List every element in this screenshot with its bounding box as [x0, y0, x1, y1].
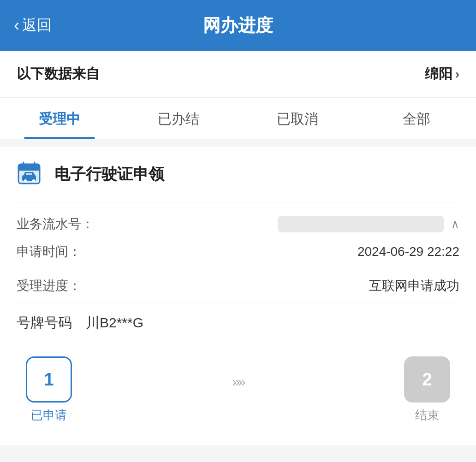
- serial-label: 业务流水号：: [17, 215, 94, 233]
- back-button[interactable]: ‹ 返回: [14, 15, 52, 36]
- card-title-row: 电子行驶证申领: [17, 160, 459, 189]
- step-1-label: 已申请: [31, 407, 67, 423]
- step-1-box: 1: [26, 356, 72, 403]
- info-section: 业务流水号： ∧ 申请时间： 2024-06-29 22:22 受理进度： 互联…: [17, 202, 459, 303]
- back-label: 返回: [22, 15, 52, 36]
- tab-cancelled[interactable]: 已取消: [238, 98, 357, 139]
- card-title: 电子行驶证申领: [54, 164, 164, 185]
- step-1-container: 1 已申请: [26, 356, 72, 423]
- step-2-box: 2: [404, 356, 450, 403]
- card-icon: [17, 160, 46, 189]
- apply-time-row: 申请时间： 2024-06-29 22:22: [17, 235, 459, 269]
- svg-rect-10: [26, 173, 32, 175]
- step-2-label: 结束: [415, 407, 439, 423]
- data-source-city: 绵阳: [425, 65, 452, 83]
- tab-processing[interactable]: 受理中: [0, 98, 119, 139]
- step-2-number: 2: [422, 370, 432, 390]
- plate-label: 号牌号码: [17, 314, 72, 332]
- svg-point-8: [24, 179, 27, 182]
- step-2-container: 2 结束: [404, 356, 450, 423]
- plate-value: 川B2***G: [86, 314, 143, 332]
- progress-row: 受理进度： 互联网申请成功: [17, 269, 459, 303]
- apply-time-value: 2024-06-29 22:22: [357, 244, 459, 259]
- progress-value: 互联网申请成功: [369, 277, 459, 295]
- content-card: 电子行驶证申领 业务流水号： ∧ 申请时间： 2024-06-29 22:22 …: [0, 147, 476, 445]
- step-1-number: 1: [44, 370, 54, 390]
- serial-value-blurred: [278, 216, 444, 232]
- progress-steps: 1 已申请 »» 2 结束: [17, 343, 459, 432]
- apply-time-label: 申请时间：: [17, 243, 81, 261]
- svg-rect-3: [18, 168, 40, 171]
- data-source-chevron-icon: ›: [455, 67, 459, 82]
- progress-label: 受理进度：: [17, 277, 81, 295]
- data-source-row: 以下数据来自 绵阳 ›: [0, 51, 476, 98]
- header: ‹ 返回 网办进度: [0, 0, 476, 51]
- back-chevron-icon: ‹: [14, 16, 19, 35]
- data-source-value-container[interactable]: 绵阳 ›: [425, 65, 459, 83]
- data-source-label: 以下数据来自: [17, 65, 100, 83]
- svg-point-9: [32, 179, 35, 182]
- collapse-icon[interactable]: ∧: [451, 218, 459, 231]
- tab-all[interactable]: 全部: [357, 98, 476, 139]
- tab-completed[interactable]: 已办结: [119, 98, 238, 139]
- step-arrows: »»: [232, 374, 244, 390]
- tabs-bar: 受理中 已办结 已取消 全部: [0, 98, 476, 139]
- serial-row: 业务流水号： ∧: [17, 207, 459, 235]
- page-title: 网办进度: [203, 14, 273, 37]
- plate-row: 号牌号码 川B2***G: [17, 303, 459, 343]
